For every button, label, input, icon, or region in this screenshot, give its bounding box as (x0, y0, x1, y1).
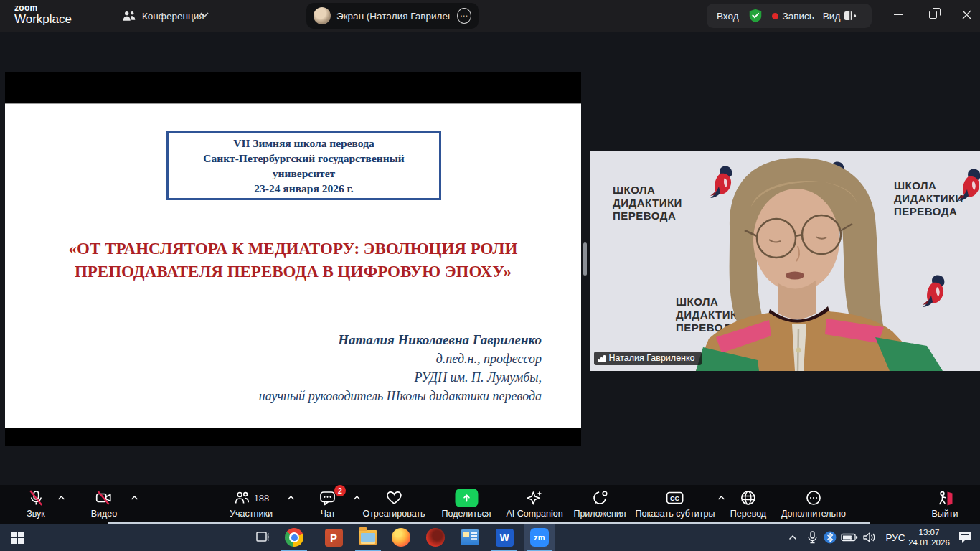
taskbar-app-blue[interactable] (456, 524, 484, 551)
slide-title-line1: «ОТ ТРАНСЛЯТОРА К МЕДИАТОРУ: ЭВОЛЮЦИЯ РО… (5, 237, 581, 260)
presentation-slide: VII Зимняя школа перевода Санкт-Петербур… (5, 104, 581, 428)
captions-options-chevron[interactable] (717, 495, 725, 501)
taskbar-powerpoint[interactable]: P (319, 524, 348, 551)
sparkle-icon (525, 489, 544, 507)
heart-icon (385, 489, 403, 507)
mic-muted-icon (27, 489, 44, 507)
globe-icon (740, 489, 757, 507)
blue-app-icon (461, 529, 479, 545)
participant-video-tile[interactable]: ШКОЛА ДИДАКТИКИ ПЕРЕВОДА ШКОЛА ДИДАКТИКИ… (590, 151, 980, 371)
view-label: Вид (823, 11, 840, 22)
logo-text-zoom: zoom (14, 4, 72, 12)
restore-button[interactable] (916, 0, 949, 29)
audio-options-chevron[interactable] (57, 495, 65, 501)
slide-title-line2: ПРЕПОДАВАТЕЛЯ ПЕРЕВОДА В ЦИФРОВУЮ ЭПОХУ» (5, 260, 581, 283)
svg-text:ПЕРЕВОДА: ПЕРЕВОДА (613, 209, 676, 222)
tray-date: 24.01.2026 (908, 537, 950, 547)
tray-expand-chevron[interactable] (783, 524, 802, 551)
action-center-button[interactable] (953, 524, 977, 551)
apps-icon (590, 489, 609, 507)
tab-screen-share[interactable]: Экран (Наталия Гавриленко) … (306, 3, 479, 29)
zoom-workplace-logo: zoom Workplace (14, 4, 72, 25)
meeting-toolbar: Звук Видео 188 (0, 485, 980, 524)
taskbar-explorer[interactable] (354, 524, 382, 551)
translation-button[interactable]: Перевод (730, 489, 766, 519)
mute-button[interactable]: Звук (27, 489, 45, 519)
apps-button[interactable]: Приложения (573, 489, 626, 519)
video-options-chevron[interactable] (131, 495, 138, 501)
participants-icon (233, 489, 250, 507)
tray-battery-icon[interactable] (839, 524, 860, 551)
windows-taskbar: P W zm (0, 524, 980, 551)
participant-name-tag: Наталия Гавриленко (594, 352, 702, 365)
slide-letterbox-bottom (5, 428, 581, 446)
chat-unread-badge: 2 (334, 485, 346, 496)
taskbar-zoom[interactable]: zm (524, 524, 555, 551)
svg-text:ПЕРЕВОДА: ПЕРЕВОДА (894, 205, 957, 217)
author-role: научный руководитель Школы дидактики пер… (259, 387, 542, 405)
file-explorer-icon (359, 530, 377, 545)
participants-button[interactable]: 188 Участники (230, 489, 273, 519)
react-button[interactable]: Отреагировать (362, 489, 425, 519)
more-button[interactable]: Дополнительно (781, 489, 846, 519)
view-layout-icon (844, 11, 857, 21)
ai-companion-button[interactable]: AI Companion (506, 489, 562, 519)
share-screen-button[interactable]: Поделиться (441, 489, 491, 519)
tray-mic-icon[interactable] (803, 524, 821, 551)
security-shield-icon[interactable] (748, 7, 763, 24)
notification-icon (958, 532, 971, 544)
chat-button[interactable]: 2 Чат (319, 489, 337, 519)
slide-header-box: VII Зимняя школа перевода Санкт-Петербур… (166, 131, 441, 200)
author-university: РУДН им. П. Лумумбы, (259, 368, 542, 387)
leave-button[interactable]: Выйти (931, 489, 958, 519)
svg-text:ДИДАКТИКИ: ДИДАКТИКИ (613, 197, 682, 209)
tray-clock[interactable]: 13:07 24.01.2026 (904, 524, 954, 551)
tray-time: 13:07 (908, 527, 950, 537)
share-icon (455, 489, 478, 507)
task-view-button[interactable] (248, 524, 277, 551)
camera-off-icon (95, 489, 113, 507)
panel-resize-handle[interactable] (583, 242, 587, 276)
start-button[interactable] (1, 524, 33, 551)
shared-screen-view: VII Зимняя школа перевода Санкт-Петербур… (5, 72, 581, 446)
tab-more-icon[interactable]: … (457, 8, 471, 24)
participants-count: 188 (254, 493, 270, 504)
tab-conference-label: Конференция (142, 11, 204, 22)
network-signal-icon (598, 354, 606, 362)
taskbar-chrome[interactable] (280, 524, 308, 551)
author-name: Наталия Николаевна Гавриленко (259, 331, 542, 349)
signin-button[interactable]: Вход (717, 11, 739, 22)
view-button[interactable]: Вид (823, 11, 857, 22)
slide-header-line3: 23-24 января 2026 г. (173, 181, 435, 196)
logo-text-workplace: Workplace (14, 13, 72, 25)
more-ellipsis-icon (805, 489, 822, 507)
record-indicator[interactable]: Запись (772, 11, 814, 22)
avatar (314, 7, 331, 24)
taskbar-word[interactable]: W (490, 524, 519, 551)
tab-screen-label: Экран (Наталия Гавриленко) (336, 11, 451, 22)
firefox-icon (392, 528, 410, 547)
minimize-button[interactable] (882, 0, 915, 29)
chrome-icon (285, 528, 303, 547)
window-title-bar: zoom Workplace Конференция Экран (Натали… (0, 0, 980, 32)
zoom-app-icon: zm (530, 528, 549, 547)
windows-logo-icon (11, 532, 24, 544)
participant-name: Наталия Гавриленко (609, 353, 695, 363)
close-button[interactable] (950, 0, 980, 29)
svg-text:CC: CC (671, 495, 680, 502)
svg-text:ШКОЛА: ШКОЛА (894, 179, 936, 192)
tab-conference[interactable]: Конференция (122, 0, 204, 32)
powerpoint-icon: P (325, 529, 343, 547)
captions-button[interactable]: CC Показать субтитры (636, 489, 715, 519)
tray-bluetooth-icon[interactable] (821, 524, 839, 551)
video-button[interactable]: Видео (91, 489, 118, 519)
taskbar-firefox[interactable] (387, 524, 415, 551)
tray-volume-icon[interactable] (859, 524, 880, 551)
participants-options-chevron[interactable] (287, 495, 295, 501)
record-label: Запись (783, 11, 814, 22)
slide-letterbox-top (5, 72, 581, 104)
chat-options-chevron[interactable] (353, 495, 361, 501)
taskbar-browser-red[interactable] (421, 524, 450, 551)
cc-icon: CC (665, 489, 685, 507)
svg-text:ДИДАКТИКИ: ДИДАКТИКИ (894, 192, 963, 204)
